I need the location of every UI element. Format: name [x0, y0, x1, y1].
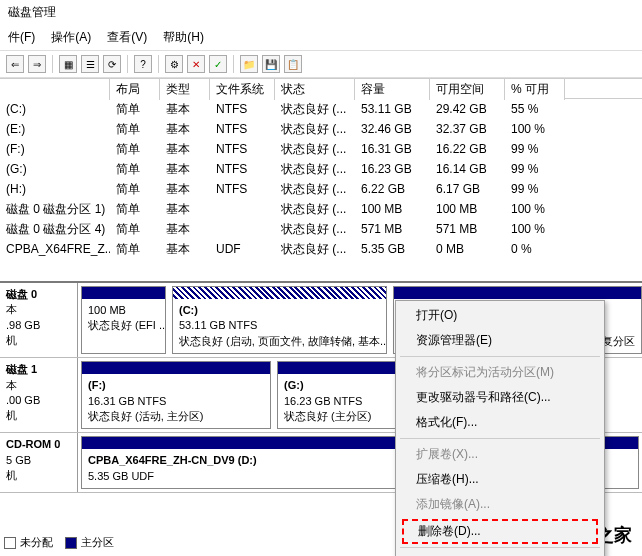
cell-fs: NTFS [210, 161, 275, 177]
window-title: 磁盘管理 [8, 4, 56, 21]
cell-fs [210, 208, 275, 210]
table-row[interactable]: (H:)简单基本NTFS状态良好 (...6.22 GB6.17 GB99 % [0, 179, 642, 199]
ctx-shrink[interactable]: 压缩卷(H)... [398, 467, 602, 492]
cell-fs: UDF [210, 241, 275, 257]
cell-type: 基本 [160, 100, 210, 119]
cell-free: 32.37 GB [430, 121, 505, 137]
cell-pct: 100 % [505, 201, 565, 217]
cell-vol: CPBA_X64FRE_Z... [0, 241, 110, 257]
col-pct[interactable]: % 可用 [505, 79, 565, 100]
cell-pct: 99 % [505, 181, 565, 197]
cell-free: 0 MB [430, 241, 505, 257]
volume-icon[interactable]: 📁 [240, 55, 258, 73]
cell-pct: 99 % [505, 141, 565, 157]
cell-vol: 磁盘 0 磁盘分区 1) [0, 200, 110, 219]
disk-icon[interactable]: 💾 [262, 55, 280, 73]
col-type[interactable]: 类型 [160, 79, 210, 100]
menu-action[interactable]: 操作(A) [51, 29, 91, 46]
table-row[interactable]: 磁盘 0 磁盘分区 1)简单基本状态良好 (...100 MB100 MB100… [0, 199, 642, 219]
ctx-extend: 扩展卷(X)... [398, 442, 602, 467]
cell-status: 状态良好 (... [275, 180, 355, 199]
cell-status: 状态良好 (... [275, 140, 355, 159]
cell-vol: 磁盘 0 磁盘分区 4) [0, 220, 110, 239]
cell-free: 571 MB [430, 221, 505, 237]
partition-c[interactable]: (C:) 53.11 GB NTFS 状态良好 (启动, 页面文件, 故障转储,… [172, 286, 387, 354]
table-row[interactable]: (F:)简单基本NTFS状态良好 (...16.31 GB16.22 GB99 … [0, 139, 642, 159]
cell-pct: 100 % [505, 221, 565, 237]
cell-type: 基本 [160, 140, 210, 159]
partition-efi[interactable]: 100 MB 状态良好 (EFI ... [81, 286, 166, 354]
grid-icon[interactable]: ▦ [59, 55, 77, 73]
table-row[interactable]: (E:)简单基本NTFS状态良好 (...32.46 GB32.37 GB100… [0, 119, 642, 139]
cell-type: 基本 [160, 180, 210, 199]
cell-pct: 99 % [505, 161, 565, 177]
cell-cap: 5.35 GB [355, 241, 430, 257]
ctx-open[interactable]: 打开(O) [398, 303, 602, 328]
cell-fs: NTFS [210, 101, 275, 117]
cell-status: 状态良好 (... [275, 160, 355, 179]
ctx-explorer[interactable]: 资源管理器(E) [398, 328, 602, 353]
col-cap[interactable]: 容量 [355, 79, 430, 100]
menu-help[interactable]: 帮助(H) [163, 29, 204, 46]
cell-vol: (F:) [0, 141, 110, 157]
cell-layout: 简单 [110, 220, 160, 239]
forward-icon[interactable]: ⇒ [28, 55, 46, 73]
cell-layout: 简单 [110, 140, 160, 159]
menu-file[interactable]: 件(F) [8, 29, 35, 46]
cell-fs [210, 228, 275, 230]
cell-pct: 55 % [505, 101, 565, 117]
cell-status: 状态良好 (... [275, 200, 355, 219]
ctx-change[interactable]: 更改驱动器号和路径(C)... [398, 385, 602, 410]
delete-icon[interactable]: ✕ [187, 55, 205, 73]
cell-cap: 571 MB [355, 221, 430, 237]
ctx-props[interactable]: 属性(P) [398, 551, 602, 556]
cell-status: 状态良好 (... [275, 220, 355, 239]
cell-layout: 简单 [110, 180, 160, 199]
help-icon[interactable]: ? [134, 55, 152, 73]
table-row[interactable]: (C:)简单基本NTFS状态良好 (...53.11 GB29.42 GB55 … [0, 99, 642, 119]
table-row[interactable]: 磁盘 0 磁盘分区 4)简单基本状态良好 (...571 MB571 MB100… [0, 219, 642, 239]
col-free[interactable]: 可用空间 [430, 79, 505, 100]
props-icon[interactable]: 📋 [284, 55, 302, 73]
ctx-delete-highlighted[interactable]: 删除卷(D)... [402, 519, 598, 544]
menubar: 件(F) 操作(A) 查看(V) 帮助(H) [0, 25, 642, 50]
cell-layout: 简单 [110, 100, 160, 119]
disk-header-1[interactable]: 磁盘 1 本 .00 GB 机 [0, 358, 78, 432]
cell-pct: 0 % [505, 241, 565, 257]
disk-header-cdrom[interactable]: CD-ROM 0 5 GB 机 [0, 433, 78, 492]
title-bar: 磁盘管理 [0, 0, 642, 25]
list-icon[interactable]: ☰ [81, 55, 99, 73]
partition-f[interactable]: (F:) 16.31 GB NTFS 状态良好 (活动, 主分区) [81, 361, 271, 429]
cell-type: 基本 [160, 200, 210, 219]
table-header: 布局 类型 文件系统 状态 容量 可用空间 % 可用 [0, 79, 642, 99]
cell-fs: NTFS [210, 141, 275, 157]
ctx-active: 将分区标记为活动分区(M) [398, 360, 602, 385]
disk-header-0[interactable]: 磁盘 0 本 .98 GB 机 [0, 283, 78, 357]
col-layout[interactable]: 布局 [110, 79, 160, 100]
menu-view[interactable]: 查看(V) [107, 29, 147, 46]
cell-layout: 简单 [110, 160, 160, 179]
col-status[interactable]: 状态 [275, 79, 355, 100]
ctx-format[interactable]: 格式化(F)... [398, 410, 602, 435]
cell-status: 状态良好 (... [275, 120, 355, 139]
cell-cap: 16.23 GB [355, 161, 430, 177]
cell-vol: (G:) [0, 161, 110, 177]
refresh-icon[interactable]: ⟳ [103, 55, 121, 73]
cell-type: 基本 [160, 120, 210, 139]
toolbar: ⇐ ⇒ ▦ ☰ ⟳ ? ⚙ ✕ ✓ 📁 💾 📋 [0, 50, 642, 78]
cell-cap: 32.46 GB [355, 121, 430, 137]
settings-icon[interactable]: ⚙ [165, 55, 183, 73]
cell-type: 基本 [160, 160, 210, 179]
back-icon[interactable]: ⇐ [6, 55, 24, 73]
col-volume[interactable] [0, 79, 110, 100]
table-row[interactable]: (G:)简单基本NTFS状态良好 (...16.23 GB16.14 GB99 … [0, 159, 642, 179]
legend: 未分配 主分区 [4, 535, 114, 550]
table-row[interactable]: CPBA_X64FRE_Z...简单基本UDF状态良好 (...5.35 GB0… [0, 239, 642, 259]
cell-type: 基本 [160, 240, 210, 259]
cell-layout: 简单 [110, 120, 160, 139]
check-icon[interactable]: ✓ [209, 55, 227, 73]
col-fs[interactable]: 文件系统 [210, 79, 275, 100]
ctx-delete[interactable]: 删除卷(D)... [418, 524, 481, 538]
legend-primary: 主分区 [81, 536, 114, 548]
cell-layout: 简单 [110, 200, 160, 219]
